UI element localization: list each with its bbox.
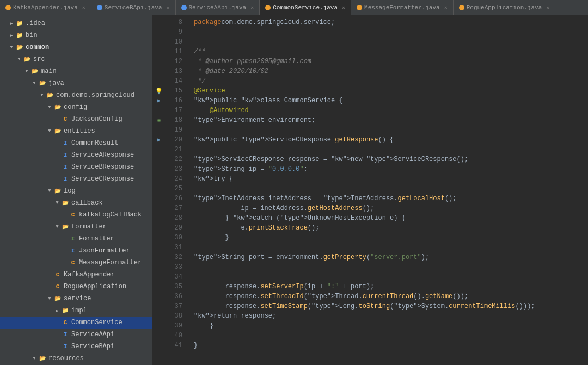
tab-close-common-service[interactable]: ✕ (342, 4, 345, 11)
tree-node-RogueApplication[interactable]: CRogueApplication (0, 281, 152, 293)
gutter-21 (152, 145, 166, 154)
tree-arrow-bin[interactable]: ▶ (8, 33, 15, 39)
tree-node-MessageFormatter[interactable]: CMessageFormatter (0, 257, 152, 269)
tree-node-bin[interactable]: ▶📁bin (0, 29, 152, 41)
tree-icon-ServiceBApi: I (61, 343, 70, 350)
tree-arrow-common[interactable]: ▼ (8, 45, 15, 50)
tree-icon-Formatter: I (69, 235, 77, 243)
tab-close-rogue-application[interactable]: ✕ (546, 4, 549, 11)
gutter-36 (152, 292, 166, 301)
tree-arrow-callback[interactable]: ▼ (53, 200, 61, 206)
tree-node-CommonResult[interactable]: ICommonResult (0, 137, 152, 149)
tree-label-RogueApplication: RogueApplication (64, 283, 126, 290)
tree-arrow-src[interactable]: ▼ (15, 57, 23, 62)
gutter-37 (152, 301, 166, 311)
tree-node-log[interactable]: ▼📂log (0, 185, 152, 197)
tree-label-KafkaAppender: KafkaAppender (64, 271, 115, 279)
tab-message-formatter[interactable]: MessageFormatter.java✕ (351, 0, 454, 15)
tree-arrow-formatter[interactable]: ▼ (53, 224, 61, 230)
tree-arrow-impl[interactable]: ▶ (53, 308, 61, 314)
tree-label-CommonService: CommonService (71, 319, 122, 326)
gutter-39 (152, 321, 166, 331)
tree-node-common[interactable]: ▼📂common (0, 41, 152, 53)
tab-service-aapi[interactable]: ServiceAApi.java✕ (176, 0, 260, 15)
code-line-8: package com.demo.springcloud.service; (194, 17, 588, 27)
tab-label-kafka-appender: KafkaAppender.java (13, 4, 78, 11)
tree-node-kafkaLogCallBack[interactable]: CkafkaLogCallBack (0, 209, 152, 221)
code-line-35: response.setServerIp(ip + ":" + port); (194, 282, 588, 292)
tab-close-service-aapi[interactable]: ✕ (250, 4, 254, 11)
code-line-41: } (194, 341, 588, 350)
tree-node-JsonFormatter[interactable]: IJsonFormatter (0, 245, 152, 257)
tab-icon-message-formatter (357, 5, 362, 10)
gutter-14 (152, 76, 166, 86)
tree-node-ServiceAApi[interactable]: IServiceAApi (0, 329, 152, 341)
code-line-32: "type">String port = environment.getProp… (194, 252, 588, 262)
gutter-31 (152, 243, 166, 252)
tree-arrow-config[interactable]: ▼ (46, 104, 53, 110)
tree-node-src[interactable]: ▼📂src (0, 53, 152, 65)
tab-common-service[interactable]: CommonService.java✕ (260, 0, 351, 15)
code-line-31 (194, 243, 588, 252)
tab-close-message-formatter[interactable]: ✕ (444, 4, 448, 11)
tree-icon-main: 📂 (30, 67, 39, 75)
tree-arrow-java[interactable]: ▼ (30, 81, 38, 86)
tree-node-main[interactable]: ▼📂main (0, 65, 152, 77)
tree-arrow-log[interactable]: ▼ (46, 188, 53, 194)
tree-icon-RogueApplication: C (53, 283, 62, 290)
tree-arrow-com.demo.springcloud[interactable]: ▼ (38, 92, 46, 98)
tree-node-KafkaAppender[interactable]: CKafkaAppender (0, 269, 152, 281)
tree-label-formatter: formatter (71, 223, 107, 231)
tree-icon-idea: 📁 (15, 20, 24, 27)
tree-icon-resources: 📂 (38, 355, 47, 362)
tree-node-Formatter[interactable]: IFormatter (0, 233, 152, 245)
tree-node-service[interactable]: ▼📂service (0, 293, 152, 305)
tree-arrow-entities[interactable]: ▼ (46, 128, 53, 134)
tree-node-config[interactable]: ▼📂config (0, 101, 152, 113)
tab-label-service-bapi: ServiceBApi.java (105, 4, 162, 11)
tree-icon-KafkaAppender: C (53, 271, 62, 279)
tree-icon-JsonFormatter: I (69, 247, 77, 255)
tree-icon-CommonResult: I (61, 139, 70, 147)
gutter-27 (152, 203, 166, 213)
gutter-26 (152, 194, 166, 203)
tree-arrow-idea[interactable]: ▶ (8, 21, 15, 27)
tree-label-MessageFormatter: MessageFormatter (79, 259, 142, 267)
tab-rogue-application[interactable]: RogueApplication.java✕ (454, 0, 556, 15)
tab-close-kafka-appender[interactable]: ✕ (82, 4, 85, 11)
tab-close-service-bapi[interactable]: ✕ (166, 4, 169, 11)
tree-node-com.demo.springcloud[interactable]: ▼📂com.demo.springcloud (0, 89, 152, 101)
line-num-21: 21 (166, 145, 182, 154)
line-num-23: 23 (166, 164, 182, 174)
line-num-13: 13 (166, 66, 182, 76)
tree-node-JacksonConfig[interactable]: CJacksonConfig (0, 113, 152, 125)
tree-node-java[interactable]: ▼📂java (0, 77, 152, 89)
tree-node-ServiceBApi[interactable]: IServiceBApi (0, 341, 152, 352)
line-num-22: 22 (166, 154, 182, 164)
code-line-20: "kw">public "type">ServiceCResponse getR… (194, 135, 588, 145)
tab-kafka-appender[interactable]: KafkaAppender.java✕ (0, 0, 91, 15)
gutter-22 (152, 154, 166, 164)
tree-node-idea[interactable]: ▶📁.idea (0, 17, 152, 29)
tree-arrow-main[interactable]: ▼ (23, 69, 30, 74)
tree-node-ServiceBResponse[interactable]: IServiceBResponse (0, 161, 152, 173)
tree-node-entities[interactable]: ▼📂entities (0, 125, 152, 137)
tree-arrow-service[interactable]: ▼ (46, 296, 53, 301)
tree-node-resources[interactable]: ▼📂resources (0, 352, 152, 364)
tree-icon-formatter: 📂 (61, 223, 70, 231)
tree-label-main: main (41, 67, 57, 75)
code-line-11: /** (194, 47, 588, 57)
tree-node-CommonService[interactable]: CCommonService (0, 317, 152, 329)
line-num-30: 30 (166, 233, 182, 243)
tree-node-callback[interactable]: ▼📂callback (0, 197, 152, 209)
code-content[interactable]: package com.demo.springcloud.service; /*… (187, 17, 588, 363)
gutter-35 (152, 282, 166, 292)
tree-node-impl[interactable]: ▶📁impl (0, 305, 152, 317)
tree-icon-callback: 📂 (61, 199, 70, 207)
tree-node-ServiceCResponse[interactable]: IServiceCResponse (0, 173, 152, 185)
tree-arrow-resources[interactable]: ▼ (30, 356, 38, 361)
line-num-10: 10 (166, 37, 182, 47)
tree-node-formatter[interactable]: ▼📂formatter (0, 221, 152, 233)
tab-service-bapi[interactable]: ServiceBApi.java✕ (91, 0, 176, 15)
tree-node-ServiceAResponse[interactable]: IServiceAResponse (0, 149, 152, 161)
